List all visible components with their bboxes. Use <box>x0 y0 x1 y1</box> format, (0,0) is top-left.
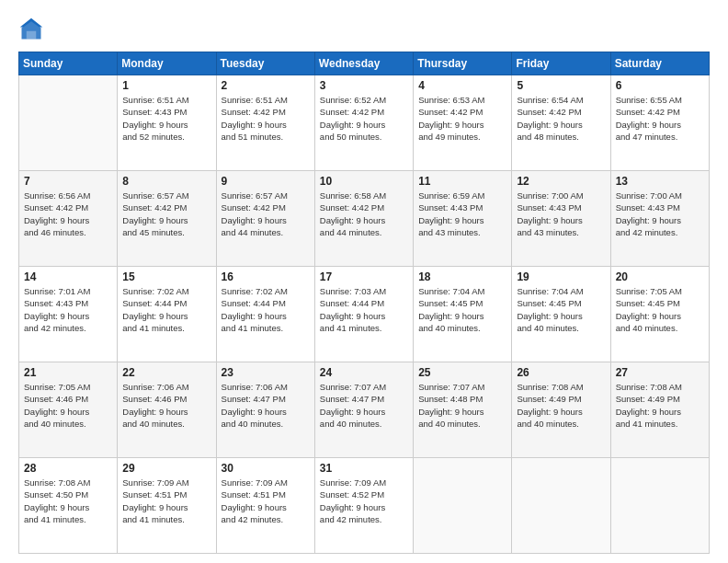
day-info: Sunrise: 7:09 AM Sunset: 4:52 PM Dayligh… <box>320 477 408 525</box>
calendar-cell: 20Sunrise: 7:05 AM Sunset: 4:45 PM Dayli… <box>610 267 709 362</box>
weekday-header-row: SundayMondayTuesdayWednesdayThursdayFrid… <box>19 52 710 75</box>
logo <box>18 17 50 42</box>
calendar-cell: 5Sunrise: 6:54 AM Sunset: 4:42 PM Daylig… <box>512 75 610 171</box>
weekday-header-thursday: Thursday <box>414 52 512 75</box>
weekday-header-monday: Monday <box>118 52 216 75</box>
day-number: 30 <box>222 462 310 475</box>
header <box>18 17 710 42</box>
day-info: Sunrise: 7:08 AM Sunset: 4:49 PM Dayligh… <box>616 381 704 430</box>
day-info: Sunrise: 7:05 AM Sunset: 4:45 PM Dayligh… <box>616 285 704 334</box>
day-number: 16 <box>222 270 310 283</box>
day-number: 28 <box>24 462 112 475</box>
calendar-cell: 6Sunrise: 6:55 AM Sunset: 4:42 PM Daylig… <box>610 75 709 171</box>
day-info: Sunrise: 7:08 AM Sunset: 4:50 PM Dayligh… <box>24 477 112 525</box>
day-number: 12 <box>517 175 605 188</box>
calendar-week-2: 7Sunrise: 6:56 AM Sunset: 4:42 PM Daylig… <box>19 171 710 267</box>
calendar-cell: 2Sunrise: 6:51 AM Sunset: 4:42 PM Daylig… <box>216 75 314 171</box>
day-number: 10 <box>320 175 408 188</box>
calendar-cell: 15Sunrise: 7:02 AM Sunset: 4:44 PM Dayli… <box>118 267 216 362</box>
day-number: 31 <box>320 462 408 475</box>
day-info: Sunrise: 6:58 AM Sunset: 4:42 PM Dayligh… <box>320 190 408 238</box>
calendar-cell <box>512 458 610 554</box>
day-info: Sunrise: 6:57 AM Sunset: 4:42 PM Dayligh… <box>222 190 310 238</box>
day-number: 17 <box>320 270 408 283</box>
day-number: 15 <box>122 270 210 283</box>
day-info: Sunrise: 6:54 AM Sunset: 4:42 PM Dayligh… <box>517 94 605 143</box>
day-number: 21 <box>24 366 112 379</box>
calendar-cell: 29Sunrise: 7:09 AM Sunset: 4:51 PM Dayli… <box>118 458 216 554</box>
calendar-cell: 13Sunrise: 7:00 AM Sunset: 4:43 PM Dayli… <box>610 171 709 267</box>
calendar-week-3: 14Sunrise: 7:01 AM Sunset: 4:43 PM Dayli… <box>19 267 710 362</box>
day-number: 27 <box>616 366 704 379</box>
calendar-cell: 26Sunrise: 7:08 AM Sunset: 4:49 PM Dayli… <box>512 362 610 458</box>
day-info: Sunrise: 7:07 AM Sunset: 4:47 PM Dayligh… <box>320 381 408 430</box>
day-info: Sunrise: 7:04 AM Sunset: 4:45 PM Dayligh… <box>517 285 605 334</box>
day-number: 13 <box>616 175 704 188</box>
calendar-cell: 24Sunrise: 7:07 AM Sunset: 4:47 PM Dayli… <box>314 362 413 458</box>
day-info: Sunrise: 6:52 AM Sunset: 4:42 PM Dayligh… <box>320 94 408 143</box>
calendar-cell: 22Sunrise: 7:06 AM Sunset: 4:46 PM Dayli… <box>118 362 216 458</box>
day-info: Sunrise: 7:04 AM Sunset: 4:45 PM Dayligh… <box>418 285 506 334</box>
calendar-table: SundayMondayTuesdayWednesdayThursdayFrid… <box>18 52 710 554</box>
calendar-cell: 23Sunrise: 7:06 AM Sunset: 4:47 PM Dayli… <box>216 362 314 458</box>
day-number: 8 <box>122 175 210 188</box>
weekday-header-saturday: Saturday <box>610 52 709 75</box>
logo-icon <box>18 17 44 42</box>
weekday-header-sunday: Sunday <box>19 52 118 75</box>
day-number: 6 <box>616 79 704 92</box>
day-info: Sunrise: 7:01 AM Sunset: 4:43 PM Dayligh… <box>24 285 112 334</box>
calendar-cell <box>414 458 512 554</box>
day-info: Sunrise: 6:56 AM Sunset: 4:42 PM Dayligh… <box>24 190 112 238</box>
day-info: Sunrise: 7:03 AM Sunset: 4:44 PM Dayligh… <box>320 285 408 334</box>
svg-rect-2 <box>27 31 37 40</box>
calendar-cell: 25Sunrise: 7:07 AM Sunset: 4:48 PM Dayli… <box>414 362 512 458</box>
day-info: Sunrise: 7:02 AM Sunset: 4:44 PM Dayligh… <box>222 285 310 334</box>
day-number: 4 <box>418 79 506 92</box>
calendar-cell: 31Sunrise: 7:09 AM Sunset: 4:52 PM Dayli… <box>314 458 413 554</box>
calendar-cell: 18Sunrise: 7:04 AM Sunset: 4:45 PM Dayli… <box>414 267 512 362</box>
calendar-week-1: 1Sunrise: 6:51 AM Sunset: 4:43 PM Daylig… <box>19 75 710 171</box>
calendar-cell: 1Sunrise: 6:51 AM Sunset: 4:43 PM Daylig… <box>118 75 216 171</box>
calendar-cell: 14Sunrise: 7:01 AM Sunset: 4:43 PM Dayli… <box>19 267 118 362</box>
day-number: 14 <box>24 270 112 283</box>
day-info: Sunrise: 7:02 AM Sunset: 4:44 PM Dayligh… <box>122 285 210 334</box>
calendar-cell: 27Sunrise: 7:08 AM Sunset: 4:49 PM Dayli… <box>610 362 709 458</box>
day-number: 29 <box>122 462 210 475</box>
day-number: 22 <box>122 366 210 379</box>
day-number: 7 <box>24 175 112 188</box>
calendar-cell: 8Sunrise: 6:57 AM Sunset: 4:42 PM Daylig… <box>118 171 216 267</box>
page: SundayMondayTuesdayWednesdayThursdayFrid… <box>0 0 728 563</box>
calendar-cell: 7Sunrise: 6:56 AM Sunset: 4:42 PM Daylig… <box>19 171 118 267</box>
day-info: Sunrise: 6:53 AM Sunset: 4:42 PM Dayligh… <box>418 94 506 143</box>
day-info: Sunrise: 7:00 AM Sunset: 4:43 PM Dayligh… <box>616 190 704 238</box>
day-number: 20 <box>616 270 704 283</box>
day-info: Sunrise: 6:51 AM Sunset: 4:42 PM Dayligh… <box>222 94 310 143</box>
calendar-cell: 16Sunrise: 7:02 AM Sunset: 4:44 PM Dayli… <box>216 267 314 362</box>
calendar-cell: 10Sunrise: 6:58 AM Sunset: 4:42 PM Dayli… <box>314 171 413 267</box>
calendar-cell <box>19 75 118 171</box>
day-info: Sunrise: 7:08 AM Sunset: 4:49 PM Dayligh… <box>517 381 605 430</box>
calendar-cell: 30Sunrise: 7:09 AM Sunset: 4:51 PM Dayli… <box>216 458 314 554</box>
calendar-week-4: 21Sunrise: 7:05 AM Sunset: 4:46 PM Dayli… <box>19 362 710 458</box>
day-info: Sunrise: 7:09 AM Sunset: 4:51 PM Dayligh… <box>222 477 310 525</box>
calendar-cell: 9Sunrise: 6:57 AM Sunset: 4:42 PM Daylig… <box>216 171 314 267</box>
day-info: Sunrise: 6:57 AM Sunset: 4:42 PM Dayligh… <box>122 190 210 238</box>
day-number: 11 <box>418 175 506 188</box>
day-number: 26 <box>517 366 605 379</box>
day-info: Sunrise: 7:05 AM Sunset: 4:46 PM Dayligh… <box>24 381 112 430</box>
day-info: Sunrise: 7:07 AM Sunset: 4:48 PM Dayligh… <box>418 381 506 430</box>
day-info: Sunrise: 7:00 AM Sunset: 4:43 PM Dayligh… <box>517 190 605 238</box>
day-number: 1 <box>122 79 210 92</box>
day-number: 19 <box>517 270 605 283</box>
day-number: 3 <box>320 79 408 92</box>
day-number: 5 <box>517 79 605 92</box>
day-info: Sunrise: 6:51 AM Sunset: 4:43 PM Dayligh… <box>122 94 210 143</box>
day-info: Sunrise: 7:09 AM Sunset: 4:51 PM Dayligh… <box>122 477 210 525</box>
calendar-cell: 19Sunrise: 7:04 AM Sunset: 4:45 PM Dayli… <box>512 267 610 362</box>
day-number: 9 <box>222 175 310 188</box>
calendar-cell: 28Sunrise: 7:08 AM Sunset: 4:50 PM Dayli… <box>19 458 118 554</box>
day-info: Sunrise: 6:59 AM Sunset: 4:43 PM Dayligh… <box>418 190 506 238</box>
day-number: 24 <box>320 366 408 379</box>
day-number: 2 <box>222 79 310 92</box>
weekday-header-tuesday: Tuesday <box>216 52 314 75</box>
